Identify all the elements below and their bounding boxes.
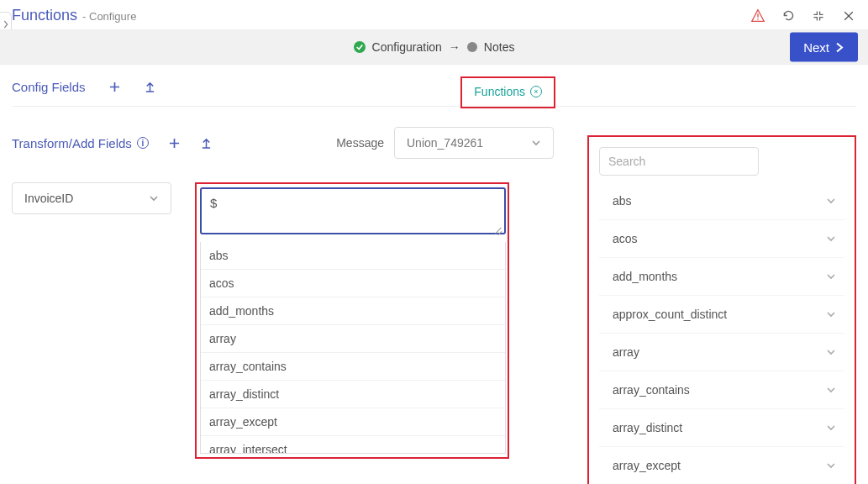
window-subtitle: - Configure — [82, 10, 136, 23]
collapse-icon[interactable] — [811, 8, 826, 24]
transform-fields-title: Transform/Add Fields — [12, 136, 132, 150]
chevron-down-icon — [826, 309, 836, 319]
function-item-label: array_distinct — [613, 421, 682, 434]
chevron-down-icon — [826, 196, 836, 206]
upload-transform-icon[interactable] — [201, 137, 213, 149]
expression-editor-highlight: absacosadd_monthsarrayarray_containsarra… — [195, 182, 509, 459]
functions-search-input[interactable] — [599, 147, 759, 176]
message-select[interactable]: Union_749261 — [394, 127, 554, 159]
function-item-label: acos — [613, 232, 638, 245]
autocomplete-item[interactable]: acos — [201, 270, 505, 297]
function-item[interactable]: approx_count_distinct — [599, 295, 844, 333]
function-item[interactable]: add_months — [599, 257, 844, 295]
step-bar: Configuration → Notes Next — [0, 29, 868, 65]
next-button[interactable]: Next — [790, 33, 858, 62]
function-item[interactable]: array_distinct — [599, 408, 844, 446]
config-fields-title: Config Fields — [12, 80, 86, 94]
message-label: Message — [336, 136, 384, 150]
titlebar: Functions - Configure — [0, 0, 868, 29]
function-item[interactable]: array — [599, 333, 844, 371]
message-select-value: Union_749261 — [407, 136, 483, 150]
functions-tab[interactable]: Functions × — [460, 76, 555, 108]
chevron-down-icon — [826, 234, 836, 244]
functions-panel: absacosadd_monthsapprox_count_distinctar… — [587, 135, 856, 484]
add-transform-field-icon[interactable] — [169, 137, 181, 149]
add-config-field-icon[interactable] — [109, 82, 121, 93]
field-select-value: InvoiceID — [24, 192, 73, 205]
step-dot-icon — [467, 42, 477, 52]
chevron-down-icon — [826, 460, 836, 471]
chevron-down-icon — [826, 271, 836, 281]
autocomplete-item[interactable]: abs — [201, 242, 505, 270]
refresh-icon[interactable] — [781, 8, 796, 24]
functions-tab-label: Functions — [474, 85, 525, 98]
close-icon[interactable] — [841, 8, 856, 24]
autocomplete-item[interactable]: array_intersect — [201, 436, 505, 454]
function-item[interactable]: acos — [599, 219, 844, 257]
expression-input[interactable] — [200, 187, 506, 234]
window-title: Functions — [12, 7, 77, 24]
function-item-label: approx_count_distinct — [613, 308, 727, 321]
function-item-label: abs — [613, 194, 632, 208]
svg-point-1 — [757, 18, 759, 20]
autocomplete-item[interactable]: array_except — [201, 408, 505, 436]
chevron-down-icon — [826, 385, 836, 395]
step-configuration-label[interactable]: Configuration — [372, 40, 442, 54]
autocomplete-item[interactable]: array — [201, 325, 505, 353]
function-item-label: add_months — [613, 270, 677, 283]
autocomplete-item[interactable]: add_months — [201, 297, 505, 325]
step-notes-label[interactable]: Notes — [484, 40, 515, 54]
functions-list[interactable]: absacosadd_monthsapprox_count_distinctar… — [599, 187, 844, 484]
functions-tab-close-icon[interactable]: × — [530, 86, 542, 97]
function-item-label: array — [613, 345, 639, 359]
autocomplete-item[interactable]: array_distinct — [201, 381, 505, 408]
info-icon[interactable]: i — [137, 137, 149, 149]
function-item[interactable]: abs — [599, 187, 844, 219]
step-arrow: → — [449, 40, 460, 54]
chevron-down-icon — [826, 423, 836, 433]
function-item[interactable]: array_contains — [599, 371, 844, 408]
next-button-label: Next — [803, 40, 829, 55]
field-select[interactable]: InvoiceID — [12, 182, 171, 214]
autocomplete-list[interactable]: absacosadd_monthsarrayarray_containsarra… — [200, 242, 506, 454]
function-item-label: array_except — [613, 459, 681, 472]
upload-config-icon[interactable] — [145, 82, 156, 93]
step-check-icon — [354, 41, 366, 53]
autocomplete-item[interactable]: array_contains — [201, 353, 505, 381]
chevron-down-icon — [826, 347, 836, 357]
function-item[interactable]: array_except — [599, 446, 844, 484]
warning-icon[interactable] — [750, 8, 765, 24]
function-item-label: array_contains — [613, 383, 690, 397]
